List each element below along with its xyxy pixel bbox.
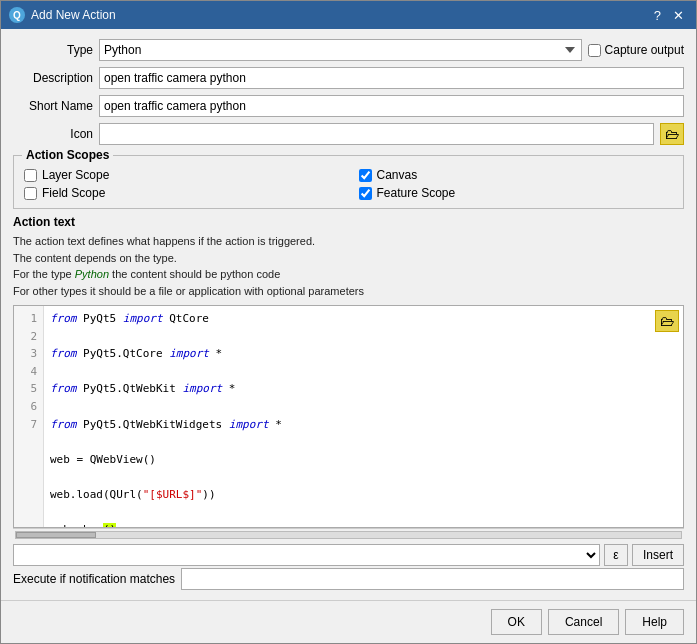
scope-feature-label: Feature Scope bbox=[377, 186, 456, 200]
scope-feature[interactable]: Feature Scope bbox=[359, 186, 674, 200]
action-text-title: Action text bbox=[13, 215, 684, 229]
icon-row: Icon 🗁 bbox=[13, 123, 684, 145]
ok-button[interactable]: OK bbox=[491, 609, 542, 635]
action-text-section: Action text The action text defines what… bbox=[13, 215, 684, 590]
code-editor[interactable]: 🗁 1 2 3 4 5 6 7 from PyQt5 import QtCore… bbox=[13, 305, 684, 528]
cancel-button[interactable]: Cancel bbox=[548, 609, 619, 635]
scope-field-label: Field Scope bbox=[42, 186, 105, 200]
scope-feature-checkbox[interactable] bbox=[359, 187, 372, 200]
type-select[interactable]: Python bbox=[99, 39, 582, 61]
scopes-legend: Action Scopes bbox=[22, 148, 113, 162]
type-label: Type bbox=[13, 43, 93, 57]
description-input[interactable] bbox=[99, 67, 684, 89]
help-titlebar-button[interactable]: ? bbox=[650, 8, 665, 23]
code-content[interactable]: from PyQt5 import QtCore from PyQt5.QtCo… bbox=[44, 306, 683, 527]
short-name-row: Short Name bbox=[13, 95, 684, 117]
scope-field-checkbox[interactable] bbox=[24, 187, 37, 200]
folder-icon: 🗁 bbox=[665, 126, 679, 142]
notification-label: Execute if notification matches bbox=[13, 572, 175, 586]
close-titlebar-button[interactable]: ✕ bbox=[669, 8, 688, 23]
icon-input[interactable] bbox=[99, 123, 654, 145]
epsilon-button[interactable]: ε bbox=[604, 544, 628, 566]
capture-output-label: Capture output bbox=[588, 43, 684, 57]
line-numbers: 1 2 3 4 5 6 7 bbox=[14, 306, 44, 527]
action-text-description: The action text defines what happens if … bbox=[13, 233, 684, 299]
scope-canvas-checkbox[interactable] bbox=[359, 169, 372, 182]
insert-button[interactable]: Insert bbox=[632, 544, 684, 566]
scope-layer-label: Layer Scope bbox=[42, 168, 109, 182]
scopes-grid: Layer Scope Canvas Field Scope Feature S… bbox=[24, 168, 673, 200]
code-folder-icon: 🗁 bbox=[660, 313, 674, 329]
scopes-group: Action Scopes Layer Scope Canvas Field S… bbox=[13, 155, 684, 209]
notification-input[interactable] bbox=[181, 568, 684, 590]
dialog-window: Q Add New Action ? ✕ Type Python Capture… bbox=[0, 0, 697, 644]
scope-layer[interactable]: Layer Scope bbox=[24, 168, 339, 182]
dialog-content: Type Python Capture output Description S… bbox=[1, 29, 696, 600]
scope-field[interactable]: Field Scope bbox=[24, 186, 339, 200]
code-folder-button[interactable]: 🗁 bbox=[655, 310, 679, 332]
scope-canvas[interactable]: Canvas bbox=[359, 168, 674, 182]
dialog-footer: OK Cancel Help bbox=[1, 600, 696, 643]
description-label: Description bbox=[13, 71, 93, 85]
type-row: Type Python Capture output bbox=[13, 39, 684, 61]
notification-row: Execute if notification matches bbox=[13, 568, 684, 590]
short-name-label: Short Name bbox=[13, 99, 93, 113]
app-icon: Q bbox=[9, 7, 25, 23]
scrollbar-thumb[interactable] bbox=[16, 532, 96, 538]
scrollbar-track[interactable] bbox=[15, 531, 682, 539]
scope-layer-checkbox[interactable] bbox=[24, 169, 37, 182]
capture-output-checkbox[interactable] bbox=[588, 44, 601, 57]
icon-label: Icon bbox=[13, 127, 93, 141]
variable-select[interactable] bbox=[13, 544, 600, 566]
titlebar: Q Add New Action ? ✕ bbox=[1, 1, 696, 29]
short-name-input[interactable] bbox=[99, 95, 684, 117]
scope-canvas-label: Canvas bbox=[377, 168, 418, 182]
help-button[interactable]: Help bbox=[625, 609, 684, 635]
description-row: Description bbox=[13, 67, 684, 89]
bottom-controls: ε Insert bbox=[13, 544, 684, 566]
dialog-title: Add New Action bbox=[31, 8, 116, 22]
horizontal-scrollbar[interactable] bbox=[13, 528, 684, 540]
icon-folder-button[interactable]: 🗁 bbox=[660, 123, 684, 145]
